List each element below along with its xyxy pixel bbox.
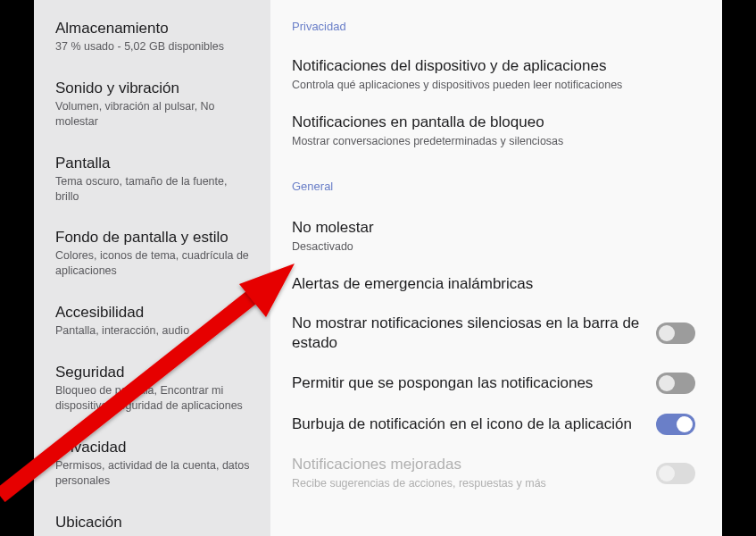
toggle-notification-dot[interactable] [656, 414, 695, 435]
sidebar-title: Fondo de pantalla y estilo [55, 229, 253, 247]
sidebar-item-location[interactable]: Ubicación Activada - 4 aplicaciones tien… [34, 501, 270, 537]
sidebar-title: Ubicación [55, 514, 253, 532]
sidebar-subtitle: Activada - 4 aplicaciones tienen [55, 533, 253, 537]
setting-title: No mostrar notificaciones silenciosas en… [292, 314, 645, 353]
sidebar-item-security[interactable]: Seguridad Bloqueo de pantalla, Encontrar… [34, 351, 270, 426]
setting-subtitle: Recibe sugerencias de acciones, respuest… [292, 476, 645, 491]
setting-title: Notificaciones del dispositivo y de apli… [292, 56, 685, 76]
sidebar-subtitle: Permisos, actividad de la cuenta, datos … [55, 458, 253, 489]
setting-title: Permitir que se pospongan las notificaci… [292, 373, 645, 393]
sidebar-subtitle: 37 % usado - 5,02 GB disponibles [55, 39, 253, 54]
setting-text: Notificaciones del dispositivo y de apli… [292, 56, 695, 93]
setting-text: No molestar Desactivado [292, 218, 695, 255]
setting-lockscreen-notifications[interactable]: Notificaciones en pantalla de bloqueo Mo… [292, 104, 695, 160]
device-frame: Almacenamiento 37 % usado - 5,02 GB disp… [0, 0, 756, 536]
setting-enhanced-notifications: Notificaciones mejoradas Recibe sugerenc… [292, 446, 695, 502]
setting-text: Notificaciones en pantalla de bloqueo Mo… [292, 113, 695, 149]
section-header-general: General [292, 180, 695, 193]
setting-notification-dot[interactable]: Burbuja de notificación en el icono de l… [292, 405, 695, 446]
settings-sidebar: Almacenamiento 37 % usado - 5,02 GB disp… [34, 0, 270, 536]
setting-text: Alertas de emergencia inalámbricas [292, 274, 695, 294]
setting-text: Notificaciones mejoradas Recibe sugerenc… [292, 455, 656, 491]
sidebar-item-sound[interactable]: Sonido y vibración Volumen, vibración al… [34, 67, 270, 142]
sidebar-subtitle: Volumen, vibración al pulsar, No molesta… [55, 99, 253, 130]
setting-title: No molestar [292, 218, 685, 238]
setting-hide-silent-statusbar[interactable]: No mostrar notificaciones silenciosas en… [292, 305, 695, 364]
setting-text: Burbuja de notificación en el icono de l… [292, 415, 656, 434]
setting-wireless-emergency-alerts[interactable]: Alertas de emergencia inalámbricas [292, 265, 695, 305]
sidebar-item-wallpaper[interactable]: Fondo de pantalla y estilo Colores, icon… [34, 216, 270, 291]
setting-snooze-notifications[interactable]: Permitir que se pospongan las notificaci… [292, 364, 695, 405]
sidebar-title: Pantalla [55, 155, 253, 172]
setting-subtitle: Desactivado [292, 239, 685, 255]
sidebar-item-display[interactable]: Pantalla Tema oscuro, tamaño de la fuent… [34, 142, 270, 217]
section-header-privacy: Privacidad [292, 20, 695, 33]
setting-title: Burbuja de notificación en el icono de l… [292, 415, 645, 434]
sidebar-subtitle: Pantalla, interacción, audio [55, 323, 253, 339]
sidebar-item-storage[interactable]: Almacenamiento 37 % usado - 5,02 GB disp… [34, 7, 270, 67]
sidebar-subtitle: Bloqueo de pantalla, Encontrar mi dispos… [55, 383, 253, 414]
setting-text: Permitir que se pospongan las notificaci… [292, 373, 656, 393]
toggle-hide-silent-statusbar[interactable] [656, 322, 695, 344]
sidebar-subtitle: Tema oscuro, tamaño de la fuente, brillo [55, 174, 253, 205]
sidebar-title: Privacidad [55, 439, 253, 456]
sidebar-item-accessibility[interactable]: Accesibilidad Pantalla, interacción, aud… [34, 291, 270, 351]
setting-do-not-disturb[interactable]: No molestar Desactivado [292, 209, 695, 265]
settings-detail-pane: Privacidad Notificaciones del dispositiv… [270, 0, 722, 536]
sidebar-subtitle: Colores, iconos de tema, cuadrícula de a… [55, 248, 253, 279]
toggle-snooze-notifications[interactable] [656, 373, 695, 394]
setting-subtitle: Controla qué aplicaciones y dispositivos… [292, 78, 685, 93]
toggle-enhanced-notifications [656, 463, 695, 484]
setting-title: Alertas de emergencia inalámbricas [292, 274, 685, 294]
sidebar-item-privacy[interactable]: Privacidad Permisos, actividad de la cue… [34, 426, 270, 501]
sidebar-title: Seguridad [55, 364, 253, 381]
setting-title: Notificaciones mejoradas [292, 455, 645, 474]
sidebar-title: Accesibilidad [55, 304, 253, 322]
setting-text: No mostrar notificaciones silenciosas en… [292, 314, 656, 353]
setting-title: Notificaciones en pantalla de bloqueo [292, 113, 685, 132]
screen: Almacenamiento 37 % usado - 5,02 GB disp… [34, 0, 722, 536]
setting-device-app-notifications[interactable]: Notificaciones del dispositivo y de apli… [292, 47, 695, 104]
sidebar-title: Almacenamiento [55, 20, 253, 38]
sidebar-title: Sonido y vibración [55, 80, 253, 97]
setting-subtitle: Mostrar conversaciones predeterminadas y… [292, 134, 685, 149]
